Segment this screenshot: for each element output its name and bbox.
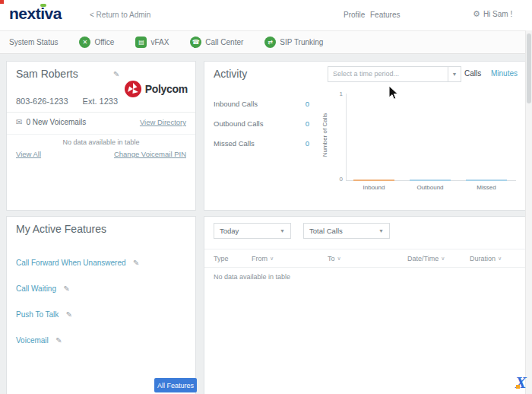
call-type-filter-select[interactable]: Total Calls ▼ — [303, 223, 390, 239]
time-period-select[interactable]: Select a time period... ▼ — [328, 66, 461, 82]
chart-ytick-min: 0 — [337, 176, 343, 183]
chevron-down-icon: ▼ — [448, 67, 461, 81]
phone-number-row: 803-626-1233 Ext. 1233 — [16, 97, 118, 106]
column-label: Type — [214, 255, 229, 262]
profile-footer-links: View All Change Voicemail PIN — [16, 150, 186, 158]
edit-profile-icon[interactable]: ✎ — [113, 70, 119, 78]
office-status-icon: ✕ — [79, 37, 90, 48]
new-voicemails-count: 0 New Voicemails — [26, 118, 86, 126]
nav-profile[interactable]: Profile — [344, 11, 365, 19]
view-directory-link[interactable]: View Directory — [140, 118, 186, 126]
sort-caret-icon: ∨ — [270, 256, 274, 262]
toggle-calls[interactable]: Calls — [464, 69, 481, 78]
chart-ytick-max: 1 — [337, 91, 343, 97]
chart-category-missed: Missed — [458, 184, 515, 191]
vfax-status-icon: ▤ — [135, 37, 147, 48]
call-stats-list: Inbound Calls 0 Outbound Calls 0 Missed … — [214, 100, 309, 159]
feature-link: Call Forward When Unanswered — [16, 259, 126, 267]
feature-link: Call Waiting — [16, 284, 56, 293]
chevron-down-icon: ▼ — [378, 228, 389, 234]
stat-label: Outbound Calls — [214, 119, 263, 128]
view-all-link[interactable]: View All — [16, 150, 41, 158]
change-voicemail-pin-link[interactable]: Change Voicemail PIN — [114, 150, 186, 158]
sort-caret-icon: ∨ — [498, 256, 502, 262]
column-label: Duration — [470, 255, 496, 262]
system-status-label: System Status — [9, 38, 58, 46]
service-office[interactable]: ✕ Office — [79, 37, 114, 48]
service-label: Office — [94, 38, 114, 46]
feature-push-to-talk[interactable]: Push To Talk ✎ — [16, 307, 139, 320]
nextiva-logo[interactable]: nextiva — [9, 5, 62, 23]
service-call-center[interactable]: ☎ Call Center — [190, 37, 243, 48]
divider — [204, 249, 525, 249]
nav-features[interactable]: Features — [370, 11, 400, 19]
greeting-text: Hi Sam ! — [483, 10, 512, 18]
toggle-minutes[interactable]: Minutes — [491, 69, 518, 78]
call-table-empty-text: No data available in table — [214, 273, 290, 281]
dashboard-page: nextiva < Return to Admin Profile Featur… — [0, 0, 532, 394]
extension: Ext. 1233 — [83, 97, 118, 106]
stat-inbound: Inbound Calls 0 — [214, 100, 309, 108]
vertical-scrollbar[interactable] — [525, 30, 532, 394]
service-label: vFAX — [150, 38, 169, 46]
period-filter-value: Today — [214, 227, 280, 235]
period-filter-select[interactable]: Today ▼ — [214, 223, 291, 239]
chart-category-outbound: Outbound — [402, 184, 458, 191]
column-from[interactable]: From ∨ — [252, 255, 328, 262]
mouse-cursor — [388, 85, 399, 100]
feature-call-waiting[interactable]: Call Waiting ✎ — [16, 281, 139, 294]
return-to-admin-link[interactable]: < Return to Admin — [90, 11, 150, 19]
nextiva-x-logo: X — [515, 373, 527, 392]
edit-feature-icon[interactable]: ✎ — [55, 336, 62, 345]
feature-link: Voicemail — [16, 336, 49, 345]
service-vfax[interactable]: ▤ vFAX — [135, 37, 169, 48]
edit-feature-icon[interactable]: ✎ — [133, 259, 139, 267]
stat-value: 0 — [306, 119, 309, 128]
feature-link: Push To Talk — [16, 310, 59, 319]
activity-card: Activity Select a time period... ▼ Calls… — [204, 61, 526, 211]
column-date-time[interactable]: Date/Time ∨ — [407, 255, 470, 262]
service-label: Call Center — [205, 38, 243, 46]
feature-voicemail[interactable]: Voicemail ✎ — [16, 332, 139, 346]
call-type-filter-value: Total Calls — [304, 227, 378, 235]
active-features-card: My Active Features Call Forward When Una… — [6, 216, 196, 394]
service-label: SIP Trunking — [280, 38, 323, 46]
column-label: Date/Time — [407, 255, 439, 262]
stat-missed: Missed Calls 0 — [214, 139, 309, 148]
x-logo-accent — [516, 385, 520, 389]
recording-dot — [0, 0, 4, 4]
call-center-status-icon: ☎ — [190, 37, 201, 48]
divider — [7, 112, 195, 113]
stat-label: Missed Calls — [214, 139, 255, 148]
chart-ylabel: Number of Calls — [321, 105, 328, 166]
column-to[interactable]: To ∨ — [328, 255, 407, 262]
all-features-button[interactable]: All Features — [154, 378, 197, 392]
device-brand: Polycom — [124, 80, 188, 98]
polycom-logo-icon — [124, 80, 142, 98]
logo-leaf-icon — [40, 4, 46, 7]
top-header: nextiva < Return to Admin Profile Featur… — [0, 0, 532, 30]
gear-icon: ⚙ — [473, 9, 480, 19]
divider — [7, 134, 195, 135]
features-title: My Active Features — [16, 223, 106, 235]
feature-call-forward[interactable]: Call Forward When Unanswered ✎ — [16, 255, 139, 268]
scrollbar-thumb[interactable] — [527, 33, 531, 103]
chevron-down-icon: ▼ — [280, 228, 290, 234]
calls-bar-chart: Number of Calls 1 0 Inbound Outbound Mis… — [311, 86, 518, 200]
edit-feature-icon[interactable]: ✎ — [63, 284, 69, 293]
chart-category-inbound: Inbound — [346, 184, 402, 191]
features-list: Call Forward When Unanswered ✎ Call Wait… — [16, 255, 139, 358]
sip-trunking-status-icon: ⇄ — [264, 37, 276, 48]
column-type: Type — [214, 255, 252, 262]
system-status-bar: System Status ✕ Office ▤ vFAX ☎ Call Cen… — [0, 30, 525, 54]
logo-text: nextiva — [9, 5, 62, 22]
stat-label: Inbound Calls — [214, 100, 258, 108]
service-sip-trunking[interactable]: ⇄ SIP Trunking — [264, 37, 323, 48]
user-menu[interactable]: ⚙ Hi Sam ! — [473, 9, 512, 19]
column-duration[interactable]: Duration ∨ — [470, 255, 516, 262]
column-label: To — [328, 255, 335, 262]
stat-outbound: Outbound Calls 0 — [214, 119, 309, 128]
polycom-wordmark: Polycom — [145, 83, 188, 95]
call-table-header: Type From ∨ To ∨ Date/Time ∨ Duration ∨ — [214, 255, 516, 262]
edit-feature-icon[interactable]: ✎ — [66, 310, 72, 319]
